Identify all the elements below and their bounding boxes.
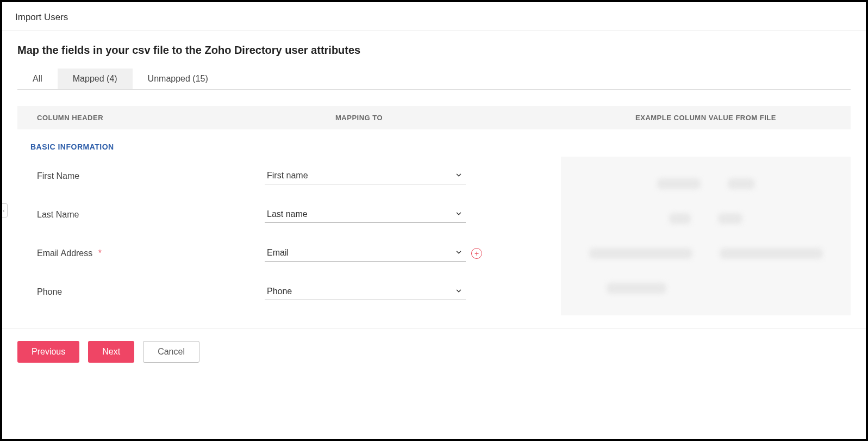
field-label-last-name: Last Name xyxy=(17,210,265,220)
select-phone[interactable] xyxy=(265,283,466,300)
field-label-first-name: First Name xyxy=(17,171,265,181)
example-value-blurred xyxy=(669,213,691,224)
column-header-name: COLUMN HEADER xyxy=(17,114,265,122)
panel-expand-handle[interactable]: ‹ xyxy=(0,203,8,218)
example-values-panel xyxy=(561,157,851,315)
field-row-first-name: First Name xyxy=(17,157,561,195)
field-label-phone: Phone xyxy=(17,287,265,297)
wizard-footer: Previous Next Cancel xyxy=(2,328,866,375)
column-header-example: EXAMPLE COLUMN VALUE FROM FILE xyxy=(561,114,851,122)
field-row-email: Email Address * + xyxy=(17,234,561,272)
chevron-left-icon: ‹ xyxy=(3,208,4,214)
example-value-blurred xyxy=(718,213,742,224)
main-content: Map the fields in your csv file to the Z… xyxy=(2,31,866,328)
example-row xyxy=(574,201,838,236)
example-value-blurred xyxy=(589,248,692,259)
page-title: Import Users xyxy=(15,12,68,22)
example-row xyxy=(574,236,838,271)
tab-mapped[interactable]: Mapped (4) xyxy=(58,69,133,89)
mapping-rows: First Name Last Name xyxy=(17,157,561,315)
filter-tabs: All Mapped (4) Unmapped (15) xyxy=(17,69,851,90)
example-value-blurred xyxy=(657,178,701,189)
select-wrapper xyxy=(265,206,466,223)
tab-unmapped[interactable]: Unmapped (15) xyxy=(133,69,223,89)
select-last-name[interactable] xyxy=(265,206,466,223)
example-value-blurred xyxy=(607,283,666,294)
example-value-blurred xyxy=(728,178,755,189)
page-subtitle: Map the fields in your csv file to the Z… xyxy=(17,44,851,57)
column-header-mapping: MAPPING TO xyxy=(265,114,561,122)
select-first-name[interactable] xyxy=(265,167,466,184)
plus-icon: + xyxy=(474,249,479,258)
tab-all[interactable]: All xyxy=(17,69,58,89)
select-wrapper xyxy=(265,283,466,300)
page-header: Import Users xyxy=(2,2,866,31)
example-row xyxy=(574,271,838,306)
select-wrapper xyxy=(265,167,466,184)
cancel-button[interactable]: Cancel xyxy=(143,341,199,363)
table-header-row: COLUMN HEADER MAPPING TO EXAMPLE COLUMN … xyxy=(17,106,851,129)
field-row-last-name: Last Name xyxy=(17,195,561,234)
select-wrapper xyxy=(265,245,466,262)
select-email[interactable] xyxy=(265,245,466,262)
field-label-email: Email Address * xyxy=(17,249,265,258)
example-value-blurred xyxy=(720,248,823,259)
add-mapping-button[interactable]: + xyxy=(471,248,482,259)
example-row xyxy=(574,166,838,201)
previous-button[interactable]: Previous xyxy=(17,341,79,363)
section-basic-info: BASIC INFORMATION xyxy=(17,129,851,157)
next-button[interactable]: Next xyxy=(88,341,134,363)
field-row-phone: Phone xyxy=(17,272,561,311)
required-indicator: * xyxy=(98,249,102,258)
mapping-area: First Name Last Name xyxy=(17,157,851,315)
